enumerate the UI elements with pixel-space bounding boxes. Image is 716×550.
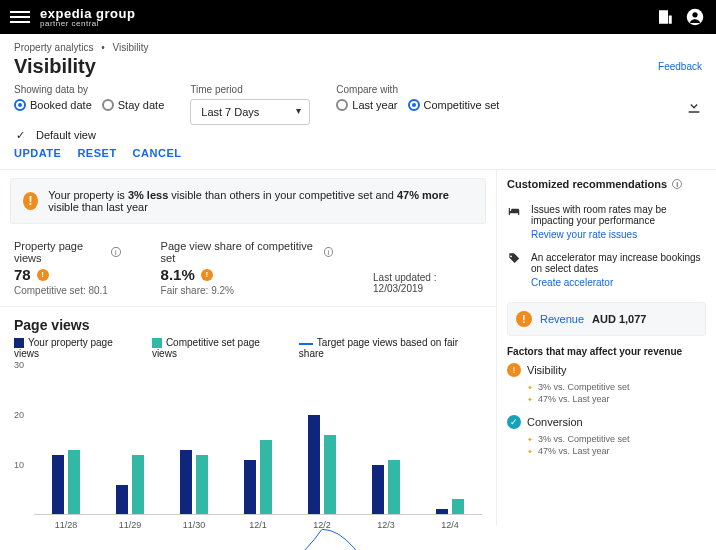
- bar-group: 11/29: [98, 365, 162, 514]
- breadcrumb-a[interactable]: Property analytics: [14, 42, 93, 53]
- breadcrumb: Property analytics • Visibility: [0, 34, 716, 55]
- recommendation-item: Issues with room rates may be impacting …: [507, 198, 706, 246]
- bar-group: 12/1: [226, 365, 290, 514]
- bar-group: 12/2: [290, 365, 354, 514]
- showing-data-by-group: Showing data by Booked date Stay date: [14, 84, 164, 111]
- bar-group: 11/28: [34, 365, 98, 514]
- time-period-select[interactable]: Last 7 Days: [190, 99, 310, 125]
- x-label: 12/4: [418, 520, 482, 530]
- reset-button[interactable]: RESET: [77, 147, 116, 159]
- x-label: 12/1: [226, 520, 290, 530]
- factor-conversion: ✓Conversion 3% vs. Competitive set 47% v…: [507, 415, 706, 457]
- time-period-label: Time period: [190, 84, 310, 95]
- visibility-banner: ! Your property is 3% less visible than …: [10, 178, 486, 224]
- info-icon[interactable]: i: [672, 179, 682, 189]
- recommendations-header: Customized recommendations i: [507, 178, 706, 198]
- radio-stay-date[interactable]: Stay date: [102, 99, 164, 111]
- default-view-check-icon: ✓: [14, 129, 26, 141]
- breadcrumb-b[interactable]: Visibility: [113, 42, 149, 53]
- y-tick: 20: [14, 410, 24, 420]
- page-views-chart: 10203011/2811/2911/3012/112/212/312/4: [34, 365, 482, 515]
- recommendation-link[interactable]: Create accelerator: [531, 277, 706, 288]
- hamburger-icon[interactable]: [10, 11, 30, 23]
- bar: [180, 450, 192, 515]
- metric-page-views: Property page viewsi 78! Competitive set…: [14, 240, 121, 296]
- warning-icon: !: [201, 269, 213, 281]
- factor-visibility: !Visibility 3% vs. Competitive set 47% v…: [507, 363, 706, 405]
- bar: [132, 455, 144, 515]
- revenue-row[interactable]: ! Revenue AUD 1,077: [507, 302, 706, 336]
- tag-icon: [507, 252, 523, 288]
- brand-line1: expedia group: [40, 7, 135, 20]
- bar: [388, 460, 400, 515]
- time-period-group: Time period Last 7 Days: [190, 84, 310, 125]
- warning-icon: !: [37, 269, 49, 281]
- bar-group: 11/30: [162, 365, 226, 514]
- chart-title: Page views: [0, 306, 496, 337]
- radio-competitive-set[interactable]: Competitive set: [408, 99, 500, 111]
- bar: [52, 455, 64, 515]
- metric-share: Page view share of competitive seti 8.1%…: [161, 240, 333, 296]
- banner-text: Your property is 3% less visible than ot…: [48, 189, 473, 213]
- factors-header: Factors that may affect your revenue: [507, 346, 706, 357]
- info-icon[interactable]: i: [111, 247, 120, 257]
- chart-legend: Your property page views Competitive set…: [0, 337, 496, 365]
- update-button[interactable]: UPDATE: [14, 147, 61, 159]
- info-icon[interactable]: i: [324, 247, 333, 257]
- svg-point-1: [692, 12, 697, 17]
- warning-icon: !: [516, 311, 532, 327]
- bar: [372, 465, 384, 515]
- brand-line2: partner central: [40, 20, 135, 28]
- recommendation-link[interactable]: Review your rate issues: [531, 229, 706, 240]
- recommendation-item: An accelerator may increase bookings on …: [507, 246, 706, 294]
- feedback-link[interactable]: Feedback: [658, 61, 702, 72]
- building-icon[interactable]: [654, 6, 676, 28]
- bar: [324, 435, 336, 514]
- y-tick: 30: [14, 360, 24, 370]
- bar: [196, 455, 208, 515]
- x-label: 12/3: [354, 520, 418, 530]
- compare-label: Compare with: [336, 84, 499, 95]
- bar: [436, 509, 448, 514]
- warning-icon: !: [23, 192, 38, 210]
- default-view-label: Default view: [36, 129, 96, 141]
- check-icon: ✓: [507, 415, 521, 429]
- radio-last-year[interactable]: Last year: [336, 99, 397, 111]
- top-bar: expedia group partner central: [0, 0, 716, 34]
- brand-logo: expedia group partner central: [40, 7, 135, 28]
- showing-label: Showing data by: [14, 84, 164, 95]
- bar: [244, 460, 256, 515]
- revenue-value: AUD 1,077: [592, 313, 646, 325]
- bed-icon: [507, 204, 523, 240]
- y-tick: 10: [14, 460, 24, 470]
- x-label: 11/30: [162, 520, 226, 530]
- download-icon[interactable]: [686, 98, 702, 116]
- bar-group: 12/3: [354, 365, 418, 514]
- bar-group: 12/4: [418, 365, 482, 514]
- account-icon[interactable]: [684, 6, 706, 28]
- last-updated: Last updated : 12/03/2019: [373, 272, 482, 296]
- cancel-button[interactable]: CANCEL: [133, 147, 182, 159]
- page-title: Visibility: [14, 55, 96, 78]
- bar: [68, 450, 80, 515]
- x-label: 12/2: [290, 520, 354, 530]
- compare-with-group: Compare with Last year Competitive set: [336, 84, 499, 111]
- bar: [260, 440, 272, 515]
- revenue-label: Revenue: [540, 313, 584, 325]
- x-label: 11/28: [34, 520, 98, 530]
- warning-icon: !: [507, 363, 521, 377]
- radio-booked-date[interactable]: Booked date: [14, 99, 92, 111]
- bar: [116, 485, 128, 515]
- x-label: 11/29: [98, 520, 162, 530]
- bar: [452, 499, 464, 514]
- bar: [308, 415, 320, 514]
